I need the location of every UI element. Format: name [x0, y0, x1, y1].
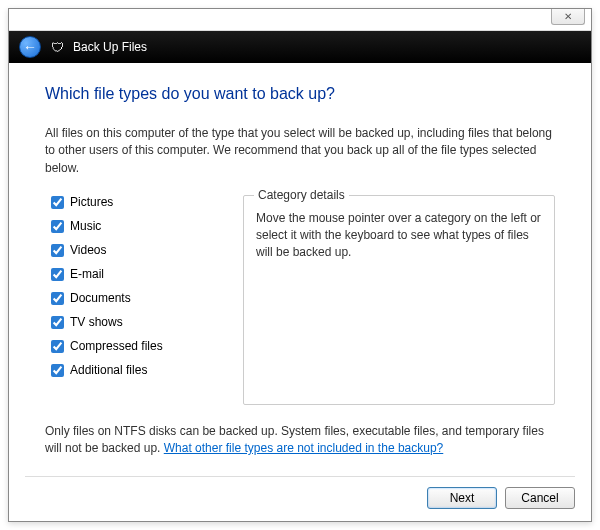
category-details-text: Move the mouse pointer over a category o…	[256, 210, 542, 260]
cancel-button[interactable]: Cancel	[505, 487, 575, 509]
category-checkbox-row[interactable]: Compressed files	[51, 339, 225, 353]
category-details-legend: Category details	[254, 188, 349, 202]
category-checkbox[interactable]	[51, 268, 64, 281]
back-button[interactable]: ←	[19, 36, 41, 58]
category-checkbox[interactable]	[51, 340, 64, 353]
category-label: Additional files	[70, 363, 147, 377]
shield-icon: 🛡	[49, 39, 65, 55]
category-list: PicturesMusicVideosE-mailDocumentsTV sho…	[45, 195, 225, 387]
intro-text: All files on this computer of the type t…	[45, 125, 555, 177]
category-checkbox[interactable]	[51, 220, 64, 233]
category-label: E-mail	[70, 267, 104, 281]
content-area: Which file types do you want to back up?…	[9, 63, 591, 465]
next-button[interactable]: Next	[427, 487, 497, 509]
category-checkbox[interactable]	[51, 292, 64, 305]
header-title: Back Up Files	[73, 40, 147, 54]
category-label: Documents	[70, 291, 131, 305]
close-button[interactable]: ✕	[551, 9, 585, 25]
category-checkbox[interactable]	[51, 364, 64, 377]
category-label: Pictures	[70, 195, 113, 209]
category-checkbox-row[interactable]: Music	[51, 219, 225, 233]
category-checkbox-row[interactable]: E-mail	[51, 267, 225, 281]
category-checkbox-row[interactable]: Documents	[51, 291, 225, 305]
button-row: Next Cancel	[25, 476, 575, 509]
category-details-box: Category details Move the mouse pointer …	[243, 195, 555, 405]
footer-note: Only files on NTFS disks can be backed u…	[45, 423, 555, 457]
category-checkbox-row[interactable]: Additional files	[51, 363, 225, 377]
category-checkbox-row[interactable]: Videos	[51, 243, 225, 257]
close-icon: ✕	[564, 11, 572, 22]
footer-link[interactable]: What other file types are not included i…	[164, 441, 444, 455]
category-label: Music	[70, 219, 101, 233]
titlebar: ✕	[9, 9, 591, 31]
category-label: Videos	[70, 243, 106, 257]
wizard-window: ✕ ← 🛡 Back Up Files Which file types do …	[8, 8, 592, 522]
category-checkbox[interactable]	[51, 196, 64, 209]
category-label: TV shows	[70, 315, 123, 329]
header-bar: ← 🛡 Back Up Files	[9, 31, 591, 63]
category-checkbox-row[interactable]: Pictures	[51, 195, 225, 209]
category-checkbox-row[interactable]: TV shows	[51, 315, 225, 329]
category-label: Compressed files	[70, 339, 163, 353]
category-checkbox[interactable]	[51, 244, 64, 257]
back-arrow-icon: ←	[23, 39, 37, 55]
page-heading: Which file types do you want to back up?	[45, 85, 555, 103]
category-checkbox[interactable]	[51, 316, 64, 329]
mid-section: PicturesMusicVideosE-mailDocumentsTV sho…	[45, 195, 555, 405]
